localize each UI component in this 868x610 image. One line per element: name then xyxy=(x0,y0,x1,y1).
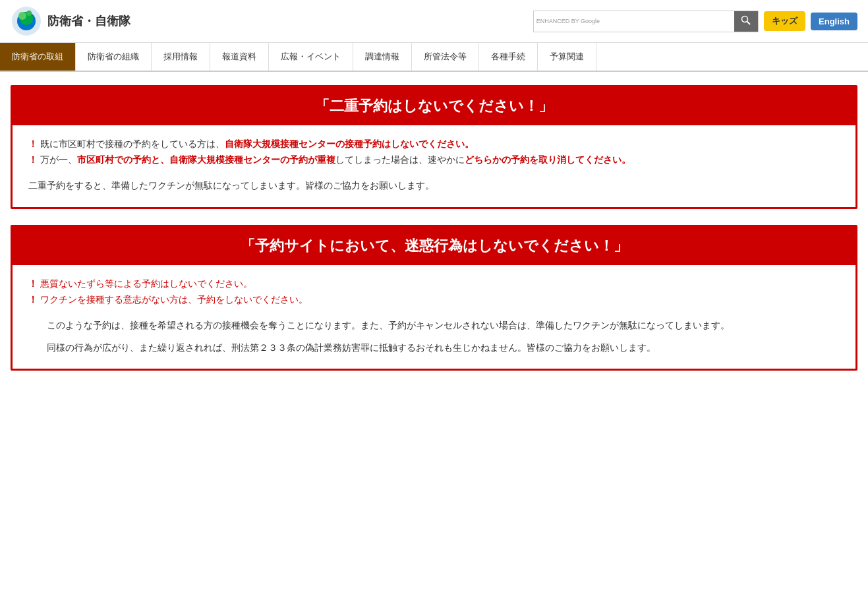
alert-2-body: ！ 悪質ないたずら等による予約はしないでください。 ！ ワクチンを接種する意志が… xyxy=(13,265,855,369)
alert-box-1: 「二重予約はしないでください！」 ！ 既に市区町村で接種の予約をしている方は、自… xyxy=(11,85,857,209)
alert-1-excl2: ！ xyxy=(28,154,38,166)
nav-link-hodo[interactable]: 報道資料 xyxy=(210,43,269,71)
alert-2-line2: ！ ワクチンを接種する意志がない方は、予約をしないでください。 xyxy=(28,294,840,306)
alert-1-redtext2: 市区町村での予約と、自衛隊大規模接種センターの予約が重複 xyxy=(77,154,335,165)
search-button[interactable] xyxy=(734,11,758,32)
nav-item-kakushu[interactable]: 各種手続 xyxy=(479,43,538,71)
logo-icon xyxy=(11,5,42,37)
alert-2-header: 「予約サイトにおいて、迷惑行為はしないでください！」 xyxy=(13,227,855,265)
english-button[interactable]: English xyxy=(811,13,857,30)
nav-item-choutatu[interactable]: 調達情報 xyxy=(353,43,412,71)
header: 防衛省・自衛隊 ENHANCED BY Google キッズ English xyxy=(0,0,868,43)
search-input[interactable] xyxy=(602,13,734,30)
alert-1-header: 「二重予約はしないでください！」 xyxy=(13,87,855,125)
nav-link-saiyou[interactable]: 採用情報 xyxy=(152,43,210,71)
svg-point-3 xyxy=(18,12,26,20)
nav-link-kakushu[interactable]: 各種手続 xyxy=(479,43,538,71)
alert-1-excl1: ！ xyxy=(28,138,38,150)
logo-text: 防衛省・自衛隊 xyxy=(47,13,130,29)
alert-2-excl2: ！ xyxy=(28,294,38,306)
nav-link-choutatu[interactable]: 調達情報 xyxy=(353,43,412,71)
alert-1-redtext3: どちらかの予約を取り消してください。 xyxy=(465,154,631,165)
nav-link-shokan[interactable]: 所管法令等 xyxy=(412,43,479,71)
nav-item-hodo[interactable]: 報道資料 xyxy=(210,43,269,71)
nav-list: 防衛省の取組 防衛省の組織 採用情報 報道資料 広報・イベント 調達情報 所管法… xyxy=(0,43,868,71)
search-label: ENHANCED BY Google xyxy=(534,18,602,24)
main-content: 「二重予約はしないでください！」 ！ 既に市区町村で接種の予約をしている方は、自… xyxy=(0,72,868,400)
nav-item-shokan[interactable]: 所管法令等 xyxy=(412,43,479,71)
svg-point-4 xyxy=(26,11,32,16)
nav-link-takumi[interactable]: 防衛省の取組 xyxy=(0,43,76,71)
alert-1-line2: ！ 万が一、市区町村での予約と、自衛隊大規模接種センターの予約が重複してしまった… xyxy=(28,154,840,166)
header-right: ENHANCED BY Google キッズ English xyxy=(533,11,857,32)
main-nav: 防衛省の取組 防衛省の組織 採用情報 報道資料 広報・イベント 調達情報 所管法… xyxy=(0,43,868,72)
svg-line-6 xyxy=(747,21,751,24)
nav-link-kouhou[interactable]: 広報・イベント xyxy=(269,43,353,71)
alert-box-2: 「予約サイトにおいて、迷惑行為はしないでください！」 ！ 悪質ないたずら等による… xyxy=(11,225,857,371)
nav-item-soshiki[interactable]: 防衛省の組織 xyxy=(76,43,152,71)
nav-link-soshiki[interactable]: 防衛省の組織 xyxy=(76,43,152,71)
alert-2-line4: 同様の行為が広がり、また繰り返されれば、刑法第２３３条の偽計業務妨害罪に抵触する… xyxy=(28,340,840,356)
alert-2-excl1: ！ xyxy=(28,278,38,290)
nav-item-takumi[interactable]: 防衛省の取組 xyxy=(0,43,76,71)
nav-item-saiyou[interactable]: 採用情報 xyxy=(152,43,210,71)
search-icon xyxy=(741,15,751,26)
alert-1-line1: ！ 既に市区町村で接種の予約をしている方は、自衛隊大規模接種センターの接種予約は… xyxy=(28,138,840,150)
logo-area: 防衛省・自衛隊 xyxy=(11,5,130,37)
alert-1-text2: 万が一、市区町村での予約と、自衛隊大規模接種センターの予約が重複してしまった場合… xyxy=(40,154,631,166)
alert-1-line3: 二重予約をすると、準備したワクチンが無駄になってしまいます。皆様のご協力をお願い… xyxy=(28,178,840,194)
alert-1-redtext1: 自衛隊大規模接種センターの接種予約はしないでください。 xyxy=(225,138,474,149)
alert-2-text2: ワクチンを接種する意志がない方は、予約をしないでください。 xyxy=(40,294,308,306)
kids-button[interactable]: キッズ xyxy=(764,11,805,31)
alert-2-text1: 悪質ないたずら等による予約はしないでください。 xyxy=(40,278,252,290)
alert-2-line3: このような予約は、接種を希望される方の接種機会を奪うことになります。また、予約が… xyxy=(28,318,840,334)
nav-item-kouhou[interactable]: 広報・イベント xyxy=(269,43,353,71)
nav-item-yosan[interactable]: 予算関連 xyxy=(538,43,596,71)
alert-2-line1: ！ 悪質ないたずら等による予約はしないでください。 xyxy=(28,278,840,290)
alert-1-text1: 既に市区町村で接種の予約をしている方は、自衛隊大規模接種センターの接種予約はしな… xyxy=(40,138,474,150)
search-form: ENHANCED BY Google xyxy=(533,11,759,32)
alert-1-body: ！ 既に市区町村で接種の予約をしている方は、自衛隊大規模接種センターの接種予約は… xyxy=(13,125,855,207)
nav-link-yosan[interactable]: 予算関連 xyxy=(538,43,596,71)
svg-point-5 xyxy=(742,16,748,22)
